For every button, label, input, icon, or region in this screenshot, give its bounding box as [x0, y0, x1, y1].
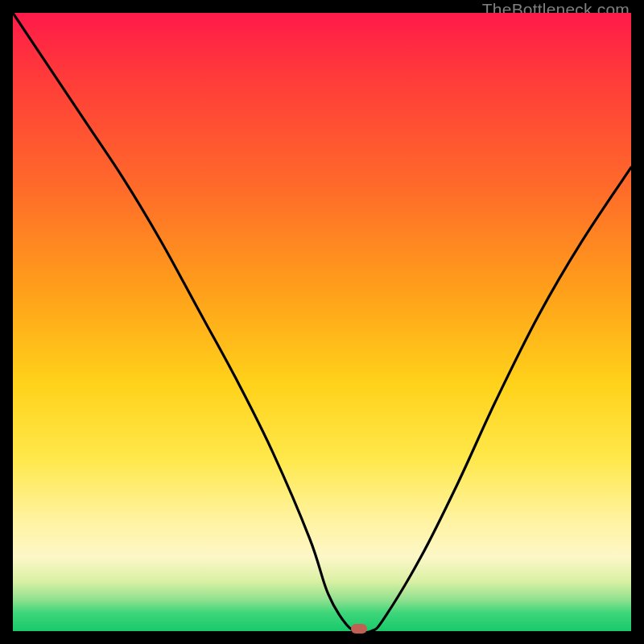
optimal-point-marker: [351, 624, 367, 634]
bottleneck-curve-path: [13, 13, 631, 631]
chart-frame: TheBottleneck.com: [0, 0, 644, 644]
plot-area: [13, 13, 631, 631]
bottleneck-curve: [13, 13, 631, 631]
